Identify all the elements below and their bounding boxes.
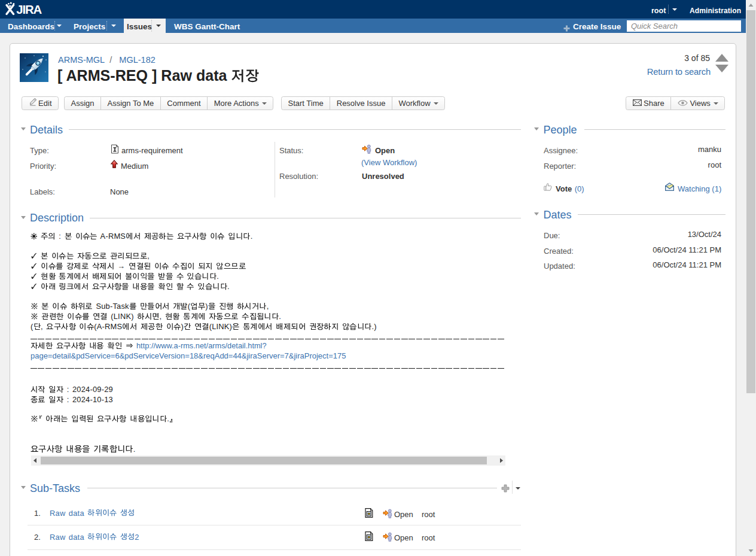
svg-text:JIRA: JIRA: [16, 3, 42, 16]
